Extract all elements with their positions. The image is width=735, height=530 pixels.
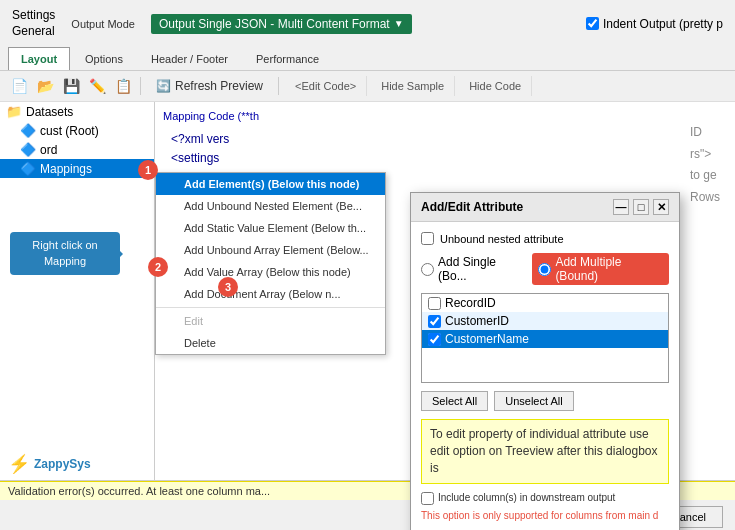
dialog-title-bar: Add/Edit Attribute — □ ✕ <box>411 193 679 222</box>
toolbar-icon-1[interactable]: 📄 <box>8 75 30 97</box>
refresh-icon: 🔄 <box>156 79 171 93</box>
toolbar-icon-2[interactable]: 📂 <box>34 75 56 97</box>
dialog-close-button[interactable]: ✕ <box>653 199 669 215</box>
toolbar-icon-5[interactable]: 📋 <box>112 75 134 97</box>
unselect-all-button[interactable]: Unselect All <box>494 391 573 411</box>
chevron-down-icon: ▼ <box>394 18 404 29</box>
toolbar-icon-4[interactable]: ✏️ <box>86 75 108 97</box>
tree-item-cust[interactable]: 🔷 cust (Root) <box>0 121 154 140</box>
toolbar-separator-2 <box>278 77 279 95</box>
zappysys-logo: ⚡ ZappySys <box>8 453 91 475</box>
logo-icon: ⚡ <box>8 453 30 475</box>
indent-output-checkbox-row: Indent Output (pretty p <box>586 17 723 31</box>
editor-line-1: <?xml vers <box>171 130 719 149</box>
select-buttons: Select All Unselect All <box>421 391 669 411</box>
listbox-item-customername[interactable]: CustomerName <box>422 330 668 348</box>
main-window: Settings General Output Mode Output Sing… <box>0 0 735 530</box>
top-bar: Settings General Output Mode Output Sing… <box>0 0 735 47</box>
editor-content: <?xml vers <settings <box>163 122 727 176</box>
indent-output-label: Indent Output (pretty p <box>603 17 723 31</box>
info-text: To edit property of individual attribute… <box>430 427 657 475</box>
ctx-add-static-value[interactable]: Add Static Value Element (Below th... <box>156 217 385 239</box>
tabs-bar: Layout Options Header / Footer Performan… <box>0 47 735 71</box>
dialog-add-edit-attribute: Add/Edit Attribute — □ ✕ Unbound nested … <box>410 192 680 530</box>
toolbar-icon-3[interactable]: 💾 <box>60 75 82 97</box>
ctx-add-unbound-nested[interactable]: Add Unbound Nested Element (Be... <box>156 195 385 217</box>
include-checkbox-row: Include column(s) in downstream output <box>421 492 669 505</box>
hint-text: This option is only supported for column… <box>421 509 669 522</box>
node-icon: 🔷 <box>20 123 36 138</box>
output-mode-dropdown[interactable]: Output Single JSON - Multi Content Forma… <box>151 14 412 34</box>
node-icon-2: 🔷 <box>20 142 36 157</box>
customerid-label: CustomerID <box>445 314 509 328</box>
editor-line-2: <settings <box>171 149 719 168</box>
dialog-minimize-button[interactable]: — <box>613 199 629 215</box>
node-icon-3: 🔷 <box>20 161 36 176</box>
ctx-edit: Edit <box>156 310 385 332</box>
tab-performance[interactable]: Performance <box>243 47 332 70</box>
editor-header-row: Mapping Code (**th <box>163 110 727 122</box>
folder-icon: 📁 <box>6 104 22 119</box>
include-downstream-label: Include column(s) in downstream output <box>438 492 615 503</box>
customername-label: CustomerName <box>445 332 529 346</box>
checkbox-customerid[interactable] <box>428 315 441 328</box>
tree-item-datasets[interactable]: 📁 Datasets <box>0 102 154 121</box>
logo-text: ZappySys <box>34 457 91 471</box>
select-all-button[interactable]: Select All <box>421 391 488 411</box>
dialog-title-text: Add/Edit Attribute <box>421 200 523 214</box>
radio-multiple-label: Add Multiple (Bound) <box>555 255 663 283</box>
hide-code-tab[interactable]: Hide Code <box>459 76 532 96</box>
listbox-item-customerid[interactable]: CustomerID <box>422 312 668 330</box>
ctx-add-document-array[interactable]: Add Document Array (Below n... <box>156 283 385 305</box>
radio-multiple-input[interactable] <box>538 263 551 276</box>
attribute-listbox[interactable]: RecordID CustomerID CustomerName <box>421 293 669 383</box>
dialog-title-buttons: — □ ✕ <box>613 199 669 215</box>
unbound-nested-checkbox[interactable] <box>421 232 434 245</box>
include-downstream-checkbox[interactable] <box>421 492 434 505</box>
indent-output-checkbox[interactable] <box>586 17 599 30</box>
toolbar-separator <box>140 77 141 95</box>
ctx-separator <box>156 307 385 308</box>
content-area: 📁 Datasets 🔷 cust (Root) 🔷 ord 🔷 Mapping… <box>0 102 735 522</box>
listbox-item-recordid[interactable]: RecordID <box>422 294 668 312</box>
output-mode-label: Output Mode <box>71 18 135 30</box>
tree-item-mappings[interactable]: 🔷 Mappings <box>0 159 154 178</box>
callout-box: Right click on Mapping <box>10 232 120 275</box>
settings-label: Settings General <box>12 8 55 39</box>
dialog-body: Unbound nested attribute Add Single (Bo.… <box>411 222 679 530</box>
hide-sample-tab[interactable]: Hide Sample <box>371 76 455 96</box>
ctx-delete[interactable]: Delete <box>156 332 385 354</box>
radio-group: Add Single (Bo... Add Multiple (Bound) <box>421 253 669 285</box>
info-box: To edit property of individual attribute… <box>421 419 669 483</box>
right-hints: ID rs"> to ge Rows <box>690 122 720 208</box>
tab-layout[interactable]: Layout <box>8 47 70 70</box>
radio-single-input[interactable] <box>421 263 434 276</box>
unbound-checkbox-row: Unbound nested attribute <box>421 232 669 245</box>
recordid-label: RecordID <box>445 296 496 310</box>
edit-code-tab[interactable]: <Edit Code> <box>285 76 367 96</box>
radio-single-label: Add Single (Bo... <box>438 255 524 283</box>
radio-single-option[interactable]: Add Single (Bo... <box>421 253 524 285</box>
tree-item-ord[interactable]: 🔷 ord <box>0 140 154 159</box>
checkbox-customername[interactable] <box>428 333 441 346</box>
ctx-add-unbound-array[interactable]: Add Unbound Array Element (Below... <box>156 239 385 261</box>
checkbox-recordid[interactable] <box>428 297 441 310</box>
radio-multiple-option[interactable]: Add Multiple (Bound) <box>532 253 669 285</box>
context-menu: Add Element(s) (Below this node) Add Unb… <box>155 172 386 355</box>
unbound-nested-label: Unbound nested attribute <box>440 233 564 245</box>
ctx-add-value-array[interactable]: Add Value Array (Below this node) <box>156 261 385 283</box>
refresh-preview-button[interactable]: 🔄 Refresh Preview <box>147 75 272 97</box>
tab-header-footer[interactable]: Header / Footer <box>138 47 241 70</box>
tab-options[interactable]: Options <box>72 47 136 70</box>
dialog-restore-button[interactable]: □ <box>633 199 649 215</box>
refresh-label: Refresh Preview <box>175 79 263 93</box>
ctx-add-elements[interactable]: Add Element(s) (Below this node) <box>156 173 385 195</box>
toolbar: 📄 📂 💾 ✏️ 📋 🔄 Refresh Preview <Edit Code>… <box>0 71 735 102</box>
